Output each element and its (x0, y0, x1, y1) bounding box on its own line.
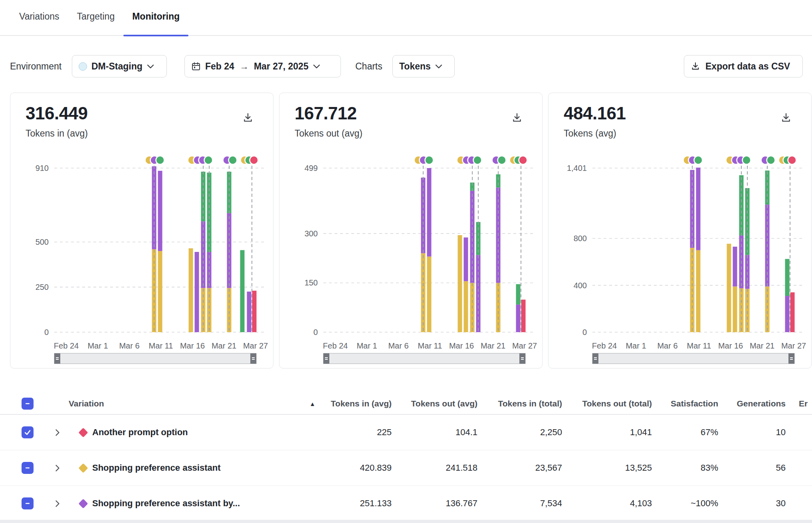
svg-text:Mar 11: Mar 11 (687, 341, 711, 350)
date-range-picker[interactable]: Feb 24 → Mar 27, 2025 (184, 55, 341, 77)
value-cell: 23,567 (477, 463, 562, 473)
value-cell: 251.133 (318, 498, 392, 509)
value-cell: 104.1 (392, 427, 477, 438)
value-cell: 13,525 (562, 463, 652, 473)
charts-metric-select[interactable]: Tokens (392, 55, 455, 77)
variation-cell: Shopping preference assistant (69, 463, 318, 473)
export-csv-label: Export data as CSV (705, 61, 790, 72)
column-header[interactable]: Tokens in (avg) (318, 399, 392, 408)
filter-bar: Environment DM-Staging Feb 24 → Mar 27, … (0, 55, 812, 77)
select-all-checkbox[interactable] (22, 398, 34, 410)
chevron-down-icon (147, 64, 154, 69)
chart-subtitle: Tokens out (avg) (295, 128, 362, 139)
svg-text:Mar 16: Mar 16 (449, 341, 474, 350)
svg-text:499: 499 (305, 164, 318, 172)
variation-name: Shopping preference assistant by... (92, 498, 240, 509)
svg-text:Feb 24: Feb 24 (592, 341, 617, 350)
svg-text:Mar 6: Mar 6 (657, 341, 677, 350)
charts-row: 9105002500Feb 24Mar 1Mar 6Mar 11Mar 16Ma… (10, 93, 812, 368)
date-end: Mar 27, 2025 (254, 61, 309, 72)
tab-bar: VariationsTargetingMonitoring (0, 0, 812, 36)
svg-text:0: 0 (44, 328, 49, 337)
svg-text:Feb 24: Feb 24 (54, 341, 79, 350)
environment-select[interactable]: DM-Staging (72, 55, 167, 77)
svg-text:1,401: 1,401 (567, 164, 587, 172)
value-cell: 225 (318, 427, 392, 438)
tab-targeting[interactable]: Targeting (68, 10, 124, 36)
table-header-row: Variation▲Tokens in (avg)Tokens out (avg… (0, 393, 812, 415)
environment-label: Environment (10, 55, 61, 77)
column-header-variation[interactable]: Variation▲ (69, 399, 318, 408)
value-cell: 10 (718, 427, 786, 438)
value-cell: 56 (718, 463, 786, 473)
value-cell: 1,041 (562, 427, 652, 438)
table-row[interactable]: Shopping preference assistant420.839241.… (0, 450, 812, 486)
svg-text:500: 500 (36, 238, 49, 246)
column-header[interactable]: Tokens out (total) (562, 399, 652, 408)
chevron-right-icon (55, 500, 60, 507)
chart-big-number: 484.161 (564, 103, 626, 123)
download-icon (242, 112, 254, 123)
svg-text:Mar 27: Mar 27 (781, 341, 806, 350)
ai-config-monitoring-page: VariationsTargetingMonitoring Environmen… (0, 0, 812, 523)
svg-text:Mar 6: Mar 6 (119, 341, 139, 350)
chart-card-2: 4993001500Feb 24Mar 1Mar 6Mar 11Mar 16Ma… (279, 93, 543, 368)
svg-text:Mar 16: Mar 16 (180, 341, 205, 350)
row-checkbox[interactable] (22, 462, 34, 474)
variation-color-diamond (78, 499, 88, 508)
horizontal-scrollbar[interactable] (0, 520, 812, 523)
expand-row-button[interactable] (46, 424, 69, 440)
date-start: Feb 24 (205, 61, 234, 72)
minus-icon (23, 464, 32, 472)
svg-text:Mar 1: Mar 1 (356, 341, 377, 350)
expand-row-button[interactable] (46, 495, 69, 511)
value-cell: 420.839 (318, 463, 392, 473)
column-header[interactable]: Tokens in (total) (477, 399, 562, 408)
minus-icon (23, 399, 32, 408)
value-cell: 4,103 (562, 498, 652, 509)
svg-text:Mar 1: Mar 1 (87, 341, 108, 350)
value-cell: 83% (652, 463, 718, 473)
variation-color-diamond (78, 463, 88, 473)
svg-text:0: 0 (313, 328, 318, 337)
table-row[interactable]: Shopping preference assistant by...251.1… (0, 486, 812, 521)
chevron-down-icon (313, 64, 320, 69)
row-checkbox[interactable] (22, 497, 34, 509)
variation-cell: Another prompt option (69, 427, 318, 438)
value-cell: 136.767 (392, 498, 477, 509)
variation-name: Another prompt option (92, 427, 188, 438)
chevron-down-icon (435, 64, 442, 69)
svg-text:Mar 21: Mar 21 (212, 341, 236, 350)
column-header[interactable]: Satisfaction (652, 399, 718, 408)
svg-text:Mar 11: Mar 11 (418, 341, 442, 350)
table-row[interactable]: Another prompt option225104.12,2501,0416… (0, 415, 812, 450)
download-icon (691, 61, 700, 71)
chart-big-number: 167.712 (295, 103, 357, 123)
sort-ascending-icon: ▲ (309, 400, 315, 407)
expand-row-button[interactable] (46, 460, 69, 476)
column-header[interactable]: Generations (718, 399, 786, 408)
svg-text:Mar 16: Mar 16 (718, 341, 743, 350)
chart-download-button[interactable] (779, 111, 793, 125)
svg-text:Mar 11: Mar 11 (149, 341, 173, 350)
row-checkbox[interactable] (22, 426, 34, 438)
download-icon (780, 112, 792, 123)
chart-download-button[interactable] (241, 111, 255, 125)
charts-label: Charts (355, 55, 382, 77)
value-cell: 7,534 (477, 498, 562, 509)
column-header-clipped[interactable]: Er (786, 399, 812, 408)
column-header-label: Variation (69, 399, 104, 408)
environment-color-dot (79, 62, 87, 71)
export-csv-button[interactable]: Export data as CSV (684, 55, 803, 77)
column-header[interactable]: Tokens out (avg) (392, 399, 477, 408)
value-cell: 2,250 (477, 427, 562, 438)
svg-text:150: 150 (305, 278, 318, 287)
tab-variations[interactable]: Variations (10, 10, 68, 36)
tab-monitoring[interactable]: Monitoring (123, 10, 188, 36)
chart-download-button[interactable] (510, 111, 524, 125)
chart-big-number: 316.449 (26, 103, 88, 123)
svg-text:250: 250 (36, 283, 49, 291)
variation-name: Shopping preference assistant (92, 463, 221, 473)
svg-text:Mar 6: Mar 6 (388, 341, 408, 350)
download-icon (511, 112, 523, 123)
